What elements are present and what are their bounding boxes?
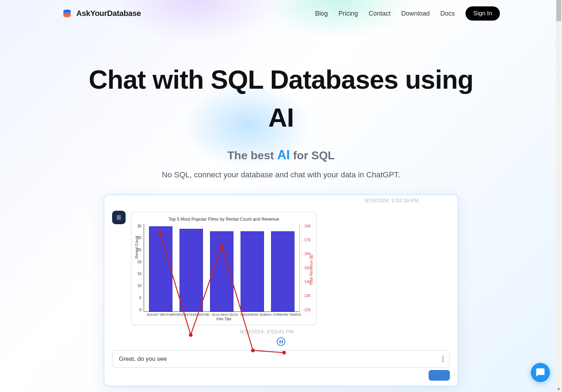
- chat-bubble-icon: [535, 368, 545, 377]
- support-chat-bubble[interactable]: [531, 363, 550, 382]
- bar-series: [144, 224, 299, 311]
- send-button[interactable]: [429, 370, 450, 381]
- hero-title: Chat with SQL Databases using AI: [0, 61, 562, 137]
- site-header: AskYourDatabase Blog Pricing Contact Dow…: [0, 0, 562, 27]
- bar-3: [241, 231, 264, 311]
- svg-point-3: [116, 216, 121, 218]
- ytick: 0: [139, 308, 142, 312]
- database-stack-icon: [62, 9, 72, 18]
- bar-4: [271, 231, 294, 311]
- chat-input[interactable]: [119, 355, 443, 363]
- subtitle-pre: The best: [227, 149, 277, 162]
- xtick: BUCKET BROTHERHOOD: [147, 313, 178, 316]
- ytick: 180: [302, 224, 310, 228]
- ytick: 170: [302, 238, 310, 242]
- nav-blog[interactable]: Blog: [315, 10, 328, 17]
- ytick: 120: [302, 308, 310, 312]
- demo-chat-window: 8/19/2024, 9:53:38 PM Top 5 Most Popular…: [104, 194, 458, 386]
- hero-description: No SQL, connect your database and chat w…: [0, 170, 562, 180]
- svg-point-2: [116, 215, 121, 216]
- ytick: 35: [137, 224, 142, 228]
- chat-input-row: [112, 350, 450, 368]
- user-timestamp: 8/19/2024, 9:53:41 PM: [112, 328, 294, 335]
- nav-download[interactable]: Download: [401, 10, 430, 17]
- x-axis-title: Film Title: [137, 317, 310, 321]
- hero-title-line2: AI: [268, 103, 294, 132]
- plot-area: [144, 224, 300, 312]
- chart-title: Top 5 Most Popular Films by Rental Count…: [137, 217, 310, 222]
- y-axis-left-label: Rental Count: [134, 236, 139, 258]
- svg-point-4: [116, 218, 121, 220]
- main-nav: Blog Pricing Contact Download Docs Sign …: [315, 6, 500, 21]
- brand-name: AskYourDatabase: [76, 9, 141, 18]
- response-timestamp: 8/19/2024, 9:53:38 PM: [365, 197, 419, 203]
- bar-1: [180, 229, 203, 311]
- ytick: 5: [139, 296, 142, 300]
- bot-avatar-icon: [112, 211, 126, 224]
- ytick: 10: [137, 283, 142, 288]
- chart-card: Top 5 Most Popular Films by Rental Count…: [131, 212, 316, 325]
- nav-docs[interactable]: Docs: [440, 10, 455, 17]
- page-scrollbar[interactable]: ▲ ▼: [556, 0, 562, 392]
- nav-contact[interactable]: Contact: [369, 10, 391, 17]
- ytick: 20: [137, 260, 142, 264]
- pause-icon[interactable]: [277, 337, 285, 346]
- brand-group[interactable]: AskYourDatabase: [62, 9, 141, 18]
- signin-button[interactable]: Sign In: [465, 6, 500, 21]
- x-axis-labels: BUCKET BROTHERHOOD ROCKETEER MOTHER SCAL…: [137, 313, 310, 316]
- nav-pricing[interactable]: Pricing: [338, 10, 358, 17]
- xtick: ROCKETEER MOTHER: [178, 313, 210, 316]
- hero-section: Chat with SQL Databases using AI The bes…: [0, 61, 562, 180]
- scroll-down-arrow[interactable]: ▼: [556, 386, 561, 392]
- subtitle-ai: AI: [277, 148, 290, 162]
- text-cursor: [443, 355, 443, 363]
- hero-title-line1: Chat with SQL Databases using: [89, 65, 473, 94]
- ytick: 15: [137, 271, 142, 276]
- hero-subtitle: The best AI for SQL: [0, 148, 562, 162]
- xtick: SCALAWAG DUCK: [209, 313, 241, 316]
- bar-2: [210, 231, 233, 311]
- ytick: 130: [302, 293, 310, 298]
- bar-0: [149, 226, 172, 311]
- xtick: FORWARD TEMPLE: [271, 313, 303, 316]
- subtitle-post: for SQL: [290, 149, 335, 162]
- xtick: RIDGEMONT SUBMARINE: [241, 313, 272, 316]
- y-axis-right-label: Total Revenue ($): [309, 254, 313, 285]
